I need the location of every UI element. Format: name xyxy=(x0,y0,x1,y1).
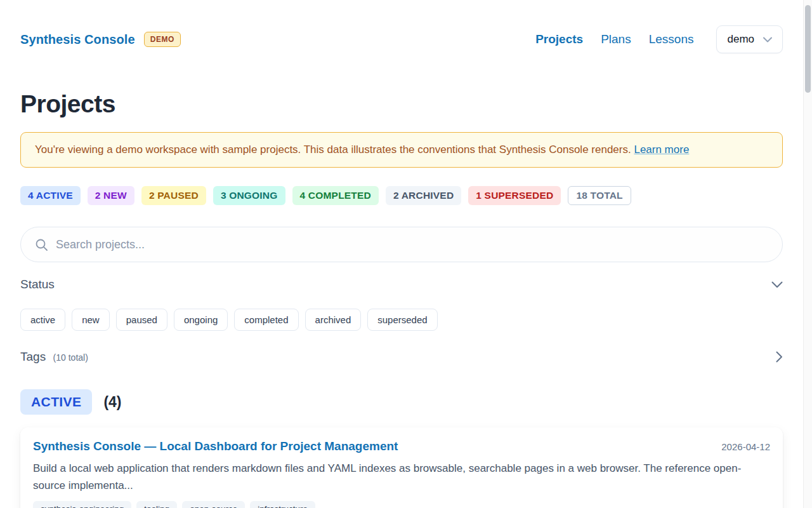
project-card: Synthesis Console — Local Dashboard for … xyxy=(20,427,783,508)
summary-badge-completed: 4 COMPLETED xyxy=(292,186,379,205)
tags-filter-header[interactable]: Tags (10 total) xyxy=(20,350,783,364)
app-logo[interactable]: Synthesis Console xyxy=(20,32,135,47)
status-chip-ongoing[interactable]: ongoing xyxy=(174,309,228,331)
search-input[interactable] xyxy=(20,227,783,262)
status-chip-completed[interactable]: completed xyxy=(234,309,298,331)
demo-badge: DEMO xyxy=(144,32,181,47)
nav-link-lessons[interactable]: Lessons xyxy=(649,32,694,46)
app-header: Synthesis Console DEMO Projects Plans Le… xyxy=(20,25,783,53)
chevron-right-icon xyxy=(776,351,783,363)
scrollbar-thumb[interactable] xyxy=(805,5,811,93)
project-description: Build a local web application that rende… xyxy=(33,460,753,494)
project-tag: tooling xyxy=(136,501,177,508)
brand: Synthesis Console DEMO xyxy=(20,32,181,47)
page-title: Projects xyxy=(20,90,783,118)
summary-badge-active: 4 ACTIVE xyxy=(20,186,81,205)
project-tag: synthesis-engineering xyxy=(33,501,131,508)
project-tag: open-source xyxy=(182,501,245,508)
project-tags: synthesis-engineering tooling open-sourc… xyxy=(33,501,770,508)
active-section-count: (4) xyxy=(103,394,121,411)
tags-filter-label: Tags xyxy=(20,350,46,363)
status-summary-row: 4 ACTIVE 2 NEW 2 PAUSED 3 ONGOING 4 COMP… xyxy=(20,186,783,205)
demo-banner: You're viewing a demo workspace with sam… xyxy=(20,132,783,168)
project-card-header: Synthesis Console — Local Dashboard for … xyxy=(33,439,770,453)
status-filter-options: active new paused ongoing completed arch… xyxy=(20,309,783,331)
active-section-badge: ACTIVE xyxy=(20,389,92,415)
status-chip-archived[interactable]: archived xyxy=(305,309,362,331)
workspace-select-value: demo xyxy=(727,33,754,46)
project-title-link[interactable]: Synthesis Console — Local Dashboard for … xyxy=(33,439,398,453)
nav-link-projects[interactable]: Projects xyxy=(535,32,583,46)
search-bar xyxy=(20,227,783,262)
chevron-down-icon xyxy=(763,37,772,43)
summary-badge-ongoing: 3 ONGOING xyxy=(213,186,285,205)
status-chip-active[interactable]: active xyxy=(20,309,65,331)
learn-more-link[interactable]: Learn more xyxy=(634,144,689,156)
project-date: 2026-04-12 xyxy=(721,441,770,452)
chevron-down-icon xyxy=(771,281,783,288)
nav-link-plans[interactable]: Plans xyxy=(601,32,631,46)
summary-badge-total: 18 TOTAL xyxy=(568,186,631,205)
project-tag: infrastructure xyxy=(250,501,315,508)
tags-filter-count: (10 total) xyxy=(53,352,88,363)
status-chip-new[interactable]: new xyxy=(72,309,110,331)
workspace-select[interactable]: demo xyxy=(716,25,783,53)
summary-badge-paused: 2 PAUSED xyxy=(141,186,206,205)
status-chip-paused[interactable]: paused xyxy=(116,309,167,331)
summary-badge-new: 2 NEW xyxy=(88,186,134,205)
status-filter-header[interactable]: Status xyxy=(20,277,783,291)
summary-badge-archived: 2 ARCHIVED xyxy=(386,186,461,205)
status-chip-superseded[interactable]: superseded xyxy=(367,309,437,331)
status-filter-label: Status xyxy=(20,277,55,291)
banner-text: You're viewing a demo workspace with sam… xyxy=(35,144,631,156)
active-section-header: ACTIVE (4) xyxy=(20,389,783,415)
scrollbar-track[interactable] xyxy=(803,0,812,508)
main-nav: Projects Plans Lessons demo xyxy=(535,25,783,53)
summary-badge-superseded: 1 SUPERSEDED xyxy=(468,186,561,205)
